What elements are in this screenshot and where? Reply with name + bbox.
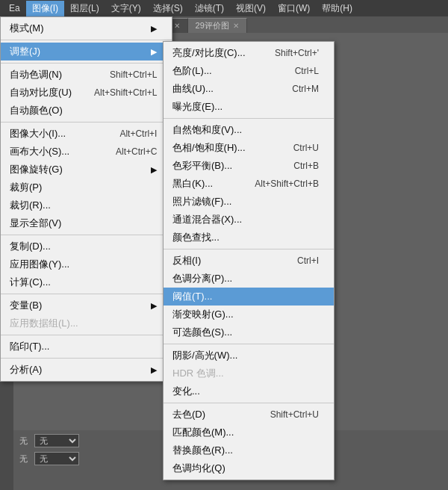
- separator-5: [1, 294, 172, 294]
- submenu-match-color[interactable]: 匹配颜色(M)...: [164, 424, 334, 441]
- tab-1-close[interactable]: ✕: [174, 22, 180, 30]
- submenu-threshold[interactable]: 阈值(T)...: [164, 288, 334, 306]
- tab-2[interactable]: 29评价图 ✕: [188, 18, 247, 33]
- bottom-label-2: 无: [19, 453, 34, 465]
- menubar-item-layer[interactable]: 图层(L): [64, 1, 105, 16]
- bottom-label-1: 无: [19, 435, 34, 447]
- menubar-item-image[interactable]: 图像(I): [26, 1, 64, 16]
- submenu-shadows-highlights[interactable]: 阴影/高光(W)...: [164, 347, 334, 365]
- menubar: Ea 图像(I) 图层(L) 文字(Y) 选择(S) 滤镜(T) 视图(V) 窗…: [0, 0, 448, 16]
- submenu-invert[interactable]: 反相(I) Ctrl+I: [164, 252, 334, 270]
- menu-item-auto-tone[interactable]: 自动色调(N) Shift+Ctrl+L: [1, 66, 172, 84]
- separator-6: [1, 335, 172, 335]
- submenu-color-lookup[interactable]: 颜色查找...: [164, 229, 334, 246]
- submenu-black-white[interactable]: 黑白(K)... Alt+Shift+Ctrl+B: [164, 175, 334, 193]
- menubar-item-select[interactable]: 选择(S): [147, 1, 189, 16]
- separator-7: [1, 358, 172, 359]
- menu-item-apply-image[interactable]: 应用图像(Y)...: [1, 255, 172, 273]
- menu-item-auto-contrast[interactable]: 自动对比度(U) Alt+Shift+Ctrl+L: [1, 84, 172, 102]
- arrow-icon-analysis: ▶: [151, 365, 157, 375]
- separator-3: [1, 122, 172, 122]
- arrow-icon-mode: ▶: [151, 24, 157, 34]
- separator-2: [1, 63, 172, 63]
- submenu-sep-4: [164, 403, 334, 403]
- menu-item-variables[interactable]: 变量(B) ▶: [1, 297, 172, 314]
- submenu-vibrance[interactable]: 自然饱和度(V)...: [164, 121, 334, 139]
- tab-2-label: 29评价图: [196, 20, 229, 31]
- separator-4: [1, 235, 172, 235]
- menu-item-auto-color[interactable]: 自动颜色(O): [1, 102, 172, 120]
- menu-item-crop[interactable]: 裁剪(P): [1, 179, 172, 196]
- menu-item-trap[interactable]: 陷印(T)...: [1, 338, 172, 356]
- submenu-photo-filter[interactable]: 照片滤镜(F)...: [164, 193, 334, 211]
- separator-1: [1, 40, 172, 40]
- menu-item-calculations[interactable]: 计算(C)...: [1, 273, 172, 291]
- menu-item-reveal-all[interactable]: 显示全部(V): [1, 214, 172, 232]
- submenu-variations[interactable]: 变化...: [164, 382, 334, 400]
- menubar-item-view[interactable]: 视图(V): [230, 1, 272, 16]
- menu-item-analysis[interactable]: 分析(A) ▶: [1, 361, 172, 379]
- menubar-app-title: Ea: [3, 1, 26, 15]
- menubar-item-text[interactable]: 文字(Y): [105, 1, 147, 16]
- menu-item-duplicate[interactable]: 复制(D)...: [1, 238, 172, 255]
- submenu-replace-color[interactable]: 替换颜色(R)...: [164, 441, 334, 459]
- menu-item-canvas-size[interactable]: 画布大小(S)... Alt+Ctrl+C: [1, 143, 172, 161]
- adjust-submenu-dropdown: 亮度/对比度(C)... Shift+Ctrl+' 色阶(L)... Ctrl+…: [163, 41, 335, 480]
- menu-item-mode[interactable]: 模式(M) ▶: [1, 19, 172, 37]
- menu-item-apply-data[interactable]: 应用数据组(L)...: [1, 314, 172, 332]
- submenu-equalize[interactable]: 色调均化(Q): [164, 459, 334, 477]
- menubar-item-filter[interactable]: 滤镜(T): [189, 1, 230, 16]
- submenu-color-balance[interactable]: 色彩平衡(B)... Ctrl+B: [164, 157, 334, 175]
- submenu-posterize[interactable]: 色调分离(P)...: [164, 270, 334, 288]
- submenu-sep-2: [164, 249, 334, 249]
- menu-item-image-size[interactable]: 图像大小(I)... Alt+Ctrl+I: [1, 125, 172, 143]
- submenu-sep-1: [164, 118, 334, 119]
- submenu-desaturate[interactable]: 去色(D) Shift+Ctrl+U: [164, 406, 334, 424]
- image-menu-dropdown: 模式(M) ▶ 调整(J) ▶ 自动色调(N) Shift+Ctrl+L 自动对…: [0, 16, 172, 382]
- submenu-selective-color[interactable]: 可选颜色(S)...: [164, 323, 334, 341]
- submenu-sep-3: [164, 344, 334, 344]
- submenu-levels[interactable]: 色阶(L)... Ctrl+L: [164, 62, 334, 80]
- bottom-select-2[interactable]: 无: [34, 452, 79, 465]
- arrow-icon-adjust: ▶: [151, 47, 157, 57]
- submenu-exposure[interactable]: 曝光度(E)...: [164, 98, 334, 116]
- tab-2-close[interactable]: ✕: [233, 22, 239, 30]
- menu-item-rotate[interactable]: 图像旋转(G) ▶: [1, 161, 172, 179]
- submenu-gradient-map[interactable]: 渐变映射(G)...: [164, 306, 334, 323]
- arrow-icon-rotate: ▶: [151, 165, 157, 175]
- submenu-hdr-toning[interactable]: HDR 色调...: [164, 365, 334, 382]
- submenu-brightness-contrast[interactable]: 亮度/对比度(C)... Shift+Ctrl+': [164, 44, 334, 62]
- submenu-channel-mixer[interactable]: 通道混合器(X)...: [164, 211, 334, 229]
- menubar-item-window[interactable]: 窗口(W): [272, 1, 316, 16]
- menubar-item-help[interactable]: 帮助(H): [316, 1, 358, 16]
- menu-item-trim[interactable]: 裁切(R)...: [1, 196, 172, 214]
- bottom-select-1[interactable]: 无: [34, 434, 79, 447]
- submenu-curves[interactable]: 曲线(U)... Ctrl+M: [164, 80, 334, 98]
- arrow-icon-variables: ▶: [151, 301, 157, 311]
- menu-item-adjust[interactable]: 调整(J) ▶: [1, 43, 172, 61]
- submenu-hue-saturation[interactable]: 色相/饱和度(H)... Ctrl+U: [164, 139, 334, 157]
